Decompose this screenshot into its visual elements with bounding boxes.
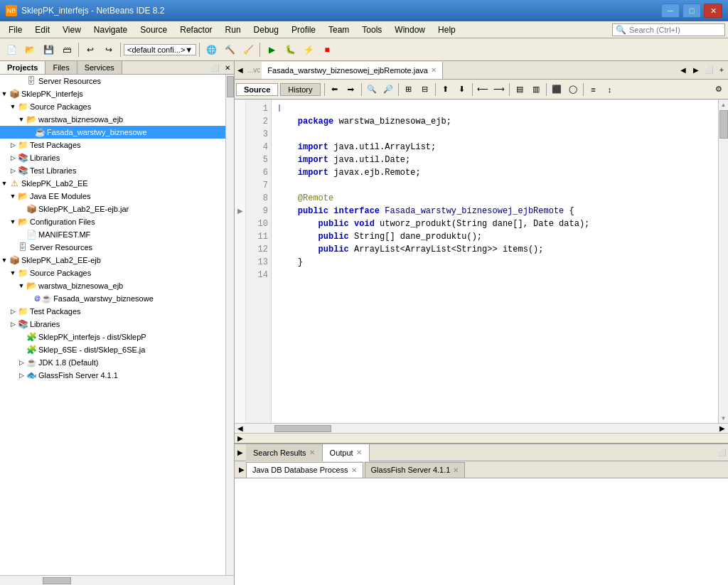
debug-button[interactable]: 🐛 [282,41,299,58]
bottom-tab-expand[interactable]: ▶ [235,449,246,456]
tree-item-sklepPK-lab2-ee-ejb[interactable]: ▼ 📦 SklepPK_Lab2_EE-ejb [0,254,225,267]
menu-help[interactable]: Help [432,23,461,36]
v-scroll-down[interactable]: ▼ [719,413,729,423]
tree-item-libraries-2[interactable]: ▷ 📚 Libraries [0,318,225,331]
tree-item-libraries[interactable]: ▷ 📚 Libraries [0,151,225,164]
open-button[interactable]: 📂 [21,41,38,58]
view-btn1[interactable]: ≡ [586,82,601,97]
editor-v-scrollbar[interactable]: ▲ ▼ [718,100,728,423]
left-panel-scrollbar[interactable] [225,75,234,575]
output-sub-tab-java-db[interactable]: Java DB Database Process ✕ [246,462,363,478]
bottom-restore-btn[interactable]: ⬜ [715,444,728,461]
tree-item-java-ee-modules[interactable]: ▼ 📂 Java EE Modules [0,190,225,203]
editor-tab-ctrl-right[interactable]: ▶ [690,62,702,79]
menu-window[interactable]: Window [389,23,431,36]
menu-file[interactable]: File [3,23,28,36]
nav-btn4[interactable]: ⟶ [491,82,507,97]
tree-item-server-res-1[interactable]: 🗄 Server Resources [0,75,225,87]
history-tab[interactable]: History [280,83,320,96]
panel-close-button[interactable]: ✕ [221,61,234,74]
output-expand-btn[interactable]: ▶ [236,466,246,473]
menu-refactor[interactable]: Refactor [174,23,218,36]
nav-btn3[interactable]: ⟵ [475,82,491,97]
tree-item-fasada-warstwy[interactable]: ☕ Fasada_warstwy_biznesowe [0,126,225,139]
toggle-btn2[interactable]: ⊟ [417,82,433,97]
stop-btn[interactable]: ⬛ [549,82,564,97]
source-tab[interactable]: Source [236,83,278,96]
editor-h-scrollbar[interactable]: ◀ ▶ [235,423,728,433]
run-button[interactable]: ▶ [263,41,280,58]
tree-item-server-res-2[interactable]: 🗄 Server Resources [0,241,225,254]
zoom-out-button[interactable]: 🔎 [380,82,396,97]
editor-tab-close[interactable]: ✕ [431,66,437,74]
menu-navigate[interactable]: Navigate [88,23,133,36]
tree-item-fasada-warstwy-2[interactable]: @ ☕ Fasada_warstwy_biznesowe [0,292,225,305]
glassfish-close[interactable]: ✕ [453,466,459,474]
tree-item-sklepPK-lab2-ee-ejb-jar[interactable]: 📦 SklepPK_Lab2_EE-ejb.jar [0,203,225,215]
back-button[interactable]: ⬅ [327,82,343,97]
menu-run[interactable]: Run [220,23,247,36]
zoom-in-button[interactable]: 🔍 [364,82,380,97]
tree-item-sklep-6se-dist[interactable]: 🧩 Sklep_6SE - dist/Sklep_6SE.ja [0,343,225,356]
diff-btn2[interactable]: ▥ [528,82,544,97]
diff-btn1[interactable]: ▤ [512,82,528,97]
tab-files[interactable]: Files [46,61,77,74]
editor-tab-ctrl-restore[interactable]: ⬜ [702,62,715,79]
toggle-btn1[interactable]: ⊞ [401,82,417,97]
redo-button[interactable]: ↪ [100,41,117,58]
output-content[interactable] [235,478,728,484]
tree-item-sklepPK-interfejs[interactable]: ▼ 📦 SklepPK_interfejs [0,87,225,100]
maximize-button[interactable]: □ [682,4,701,18]
save-all-button[interactable]: 🗃 [58,41,75,58]
profile-button[interactable]: ⚡ [300,41,317,58]
nav-btn2[interactable]: ⬇ [454,82,470,97]
menu-profile[interactable]: Profile [286,23,321,36]
tree-item-jdk18[interactable]: ▷ ☕ JDK 1.8 (Default) [0,356,225,369]
close-button[interactable]: ✕ [704,4,722,18]
search-results-close[interactable]: ✕ [309,449,315,456]
new-button[interactable]: 📄 [3,41,20,58]
code-content[interactable]: | package warstwa_biznesowa_ejb; import … [272,100,718,423]
editor-settings-button[interactable]: ⚙ [711,82,727,97]
expand-output-btn[interactable]: ▶ [237,434,243,442]
tree-item-source-packages-2[interactable]: ▼ 📁 Source Packages [0,267,225,279]
h-scroll-left-btn[interactable]: ◀ [235,424,246,432]
tree-h-scrollbar[interactable] [0,575,234,585]
menu-source[interactable]: Source [134,23,173,36]
search-input[interactable] [629,26,722,34]
editor-tab-fasada[interactable]: Fasada_warstwy_biznesowej_ejbRemote.java… [262,62,443,79]
tree-item-manifest-mf[interactable]: 📄 MANIFEST.MF [0,228,225,241]
view-btn2[interactable]: ↕ [602,82,618,97]
tree-item-sklepPK-interfejs-dist[interactable]: 🧩 SklepPK_interfejs - dist/SklepP [0,331,225,343]
v-scroll-up[interactable]: ▲ [719,100,729,109]
tree-h-scroll-thumb[interactable] [43,577,71,584]
output-close[interactable]: ✕ [356,449,362,456]
menu-debug[interactable]: Debug [248,23,284,36]
tree-item-source-packages-1[interactable]: ▼ 📁 Source Packages [0,100,225,113]
editor-tab-ctrl-left[interactable]: ◀ [677,62,690,79]
clean-button[interactable]: 🧹 [240,41,257,58]
h-scroll-thumb[interactable] [274,425,331,432]
tab-output[interactable]: Output ✕ [323,444,370,461]
tree-item-warstwa-biz-ejb[interactable]: ▼ 📂 warstwa_biznesowa_ejb [0,113,225,126]
forward-button[interactable]: ⮕ [343,82,359,97]
tree-item-sklepPK-lab2-ee[interactable]: ▼ ⚠ SklepPK_Lab2_EE [0,177,225,190]
menu-search-box[interactable]: 🔍 [612,23,725,36]
v-scroll-track[interactable] [719,109,729,413]
hammer-button[interactable]: 🔨 [221,41,238,58]
fold-icon[interactable]: ▶ [235,205,245,218]
h-scroll-right-btn[interactable]: ▶ [717,424,728,432]
tab-search-results[interactable]: Search Results ✕ [246,444,323,461]
config-select[interactable]: <default confi...> ▼ [124,44,196,55]
save-button[interactable]: 💾 [40,41,57,58]
menu-tools[interactable]: Tools [356,23,387,36]
output-sub-tab-glassfish[interactable]: GlassFish Server 4.1.1 ✕ [365,462,466,478]
tree-item-test-packages-2[interactable]: ▷ 📁 Test Packages [0,305,225,318]
nav-btn1[interactable]: ⬆ [438,82,454,97]
menu-edit[interactable]: Edit [29,23,55,36]
left-scroll-thumb[interactable] [227,76,234,97]
panel-restore-button[interactable]: ⬜ [208,61,221,74]
editor-tab-scroll-left[interactable]: ◀ [235,62,246,79]
tree-item-test-libraries[interactable]: ▷ 📚 Test Libraries [0,164,225,177]
stop-button[interactable]: ■ [318,41,336,58]
